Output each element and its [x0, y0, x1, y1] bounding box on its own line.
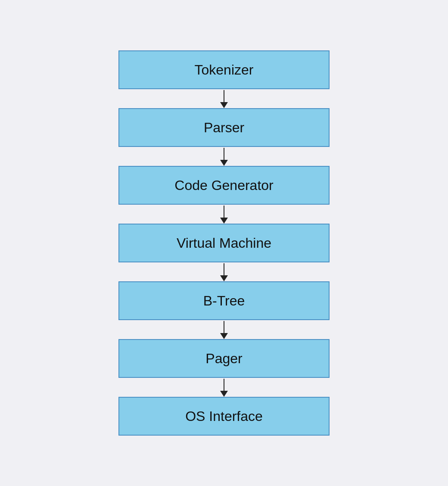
arrow-0	[220, 89, 228, 108]
arrow-head	[220, 333, 228, 339]
arrow-head	[220, 391, 228, 397]
box-tokenizer: Tokenizer	[118, 50, 330, 89]
flow-diagram: TokenizerParserCode GeneratorVirtual Mac…	[118, 50, 330, 436]
box-os-interface: OS Interface	[118, 397, 330, 436]
arrow-head	[220, 160, 228, 166]
arrow-line	[224, 148, 224, 160]
box-code-generator: Code Generator	[118, 166, 330, 205]
box-b-tree: B-Tree	[118, 281, 330, 320]
arrow-3	[220, 262, 228, 281]
arrow-4	[220, 320, 228, 339]
arrow-line	[224, 90, 224, 102]
arrow-line	[224, 321, 224, 333]
arrow-1	[220, 147, 228, 166]
arrow-5	[220, 378, 228, 397]
box-virtual-machine: Virtual Machine	[118, 224, 330, 262]
arrow-head	[220, 218, 228, 224]
arrow-head	[220, 275, 228, 281]
arrow-line	[224, 263, 224, 275]
arrow-2	[220, 205, 228, 224]
arrow-line	[224, 379, 224, 391]
arrow-line	[224, 206, 224, 218]
box-pager: Pager	[118, 339, 330, 378]
box-parser: Parser	[118, 108, 330, 147]
arrow-head	[220, 102, 228, 108]
